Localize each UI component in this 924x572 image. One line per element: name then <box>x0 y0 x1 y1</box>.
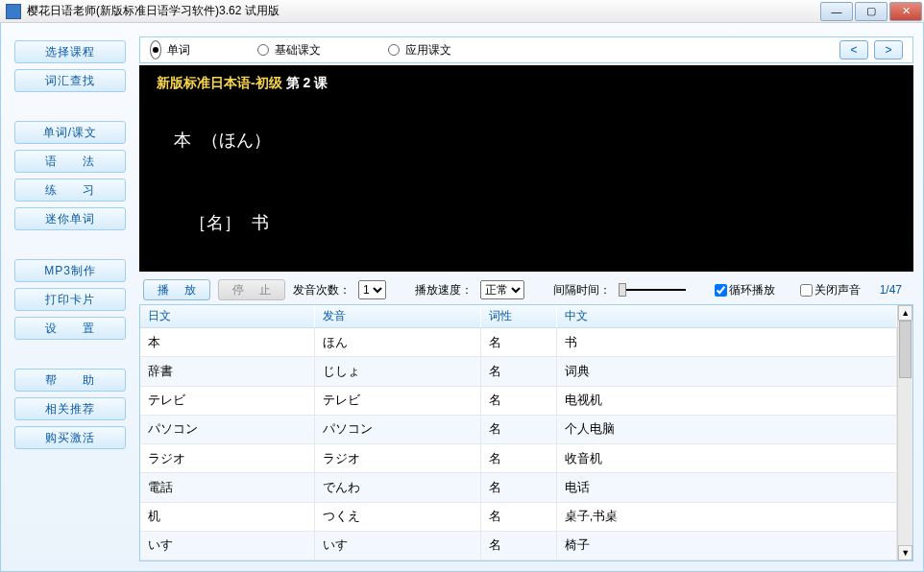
slider-thumb-icon <box>619 283 626 297</box>
table-row[interactable]: 本ほん名书 <box>140 328 897 357</box>
main-area: 单词 基础课文 应用课文 < > 新版标准日本语-初级 第 2 课 本 （ほん）… <box>135 23 923 571</box>
sidebar: 选择课程 词汇查找 单词/课文 语 法 练 习 迷你单词 MP3制作 打印卡片 … <box>1 23 135 571</box>
table-cell: 本 <box>140 328 314 357</box>
table-cell: 机 <box>140 502 314 531</box>
table-cell: 词典 <box>556 357 897 386</box>
table-cell: テレビ <box>140 386 314 415</box>
vocab-table: 日文 发音 词性 中文 本ほん名书辞書じしょ名词典テレビテレビ名电视机パソコンパ… <box>140 305 897 560</box>
table-row[interactable]: テレビテレビ名电视机 <box>140 386 897 415</box>
interval-label: 间隔时间： <box>553 282 611 298</box>
mute-check-input[interactable] <box>800 284 813 297</box>
table-cell: 電話 <box>140 473 314 502</box>
table-row[interactable]: ラジオラジオ名收音机 <box>140 444 897 473</box>
vocab-table-wrap: 日文 发音 词性 中文 本ほん名书辞書じしょ名词典テレビテレビ名电视机パソコンパ… <box>139 304 913 561</box>
loop-check-input[interactable] <box>715 284 727 297</box>
table-row[interactable]: 辞書じしょ名词典 <box>140 357 897 386</box>
th-jp[interactable]: 日文 <box>140 305 314 328</box>
table-cell: 名 <box>481 502 557 531</box>
sidebar-related[interactable]: 相关推荐 <box>14 397 126 420</box>
minimize-button[interactable]: — <box>820 2 853 21</box>
table-cell: でんわ <box>314 473 480 502</box>
sidebar-word-text[interactable]: 单词/课文 <box>14 121 126 144</box>
table-row[interactable]: 机つくえ名桌子,书桌 <box>140 502 897 531</box>
table-cell: 名 <box>481 473 557 502</box>
loop-checkbox[interactable]: 循环播放 <box>715 282 775 298</box>
display-pane: 新版标准日本语-初级 第 2 课 本 （ほん） ［名］ 书 <box>139 65 913 272</box>
radio-basic-label: 基础课文 <box>275 42 321 59</box>
interval-slider[interactable] <box>619 289 686 291</box>
nav-buttons: < > <box>839 40 903 60</box>
table-cell: 名 <box>481 415 557 443</box>
table-cell: いす <box>140 531 314 560</box>
radio-dot-icon <box>257 44 269 56</box>
sidebar-vocab-search[interactable]: 词汇查找 <box>14 69 126 92</box>
lesson-title-num: 第 2 课 <box>282 75 328 90</box>
counter: 1/47 <box>880 283 910 297</box>
radio-word[interactable]: 单词 <box>150 40 190 60</box>
radio-dot-icon <box>150 40 161 60</box>
table-cell: 电视机 <box>556 386 897 415</box>
stop-button[interactable]: 停 止 <box>218 279 285 300</box>
table-cell: 电话 <box>556 473 897 502</box>
title-bar: 樱花日语老师(新版标准日语学习软件)3.62 试用版 — ▢ ✕ <box>0 0 924 23</box>
radio-applied-text[interactable]: 应用课文 <box>388 42 451 59</box>
play-button[interactable]: 播 放 <box>143 279 210 300</box>
table-scrollbar[interactable]: ▲ ▼ <box>897 305 912 560</box>
table-cell: 辞書 <box>140 357 314 386</box>
table-row[interactable]: いすいす名椅子 <box>140 531 897 560</box>
table-cell: 椅子 <box>556 531 897 560</box>
table-cell: 个人电脑 <box>556 415 897 443</box>
table-cell: テレビ <box>314 386 480 415</box>
loop-label: 循环播放 <box>729 282 775 298</box>
table-cell: 收音机 <box>556 444 897 473</box>
table-cell: ラジオ <box>314 444 480 473</box>
sidebar-grammar[interactable]: 语 法 <box>14 150 126 173</box>
speed-select[interactable]: 正常 <box>480 280 524 299</box>
app-icon <box>6 4 21 19</box>
scroll-up-icon[interactable]: ▲ <box>898 305 912 321</box>
scroll-down-icon[interactable]: ▼ <box>898 545 912 560</box>
table-cell: パソコン <box>314 415 480 443</box>
close-button[interactable]: ✕ <box>889 2 922 21</box>
radio-basic-text[interactable]: 基础课文 <box>257 42 321 59</box>
table-cell: パソコン <box>140 415 314 443</box>
table-cell: 书 <box>556 328 897 357</box>
sidebar-print-card[interactable]: 打印卡片 <box>14 288 126 311</box>
table-row[interactable]: パソコンパソコン名个人电脑 <box>140 415 897 443</box>
sidebar-select-course[interactable]: 选择课程 <box>14 40 126 63</box>
table-cell: 名 <box>481 531 557 560</box>
count-select[interactable]: 1 <box>358 280 386 299</box>
table-row[interactable]: 電話でんわ名电话 <box>140 473 897 502</box>
sidebar-settings[interactable]: 设 置 <box>14 317 126 340</box>
sidebar-mini-word[interactable]: 迷你单词 <box>14 207 126 230</box>
radio-dot-icon <box>388 44 400 56</box>
speed-label: 播放速度： <box>415 282 473 298</box>
table-cell: いす <box>314 531 480 560</box>
table-cell: じしょ <box>314 357 480 386</box>
table-cell: 名 <box>481 357 557 386</box>
mute-checkbox[interactable]: 关闭声音 <box>800 282 861 298</box>
sidebar-buy-activate[interactable]: 购买激活 <box>14 426 126 449</box>
prev-button[interactable]: < <box>839 40 868 60</box>
sidebar-practice[interactable]: 练 习 <box>14 179 126 202</box>
next-button[interactable]: > <box>874 40 903 60</box>
window-title: 樱花日语老师(新版标准日语学习软件)3.62 试用版 <box>27 3 820 19</box>
scroll-thumb[interactable] <box>899 321 912 378</box>
table-cell: ほん <box>314 328 480 357</box>
table-cell: ラジオ <box>140 444 314 473</box>
th-cn[interactable]: 中文 <box>556 305 897 328</box>
table-cell: 名 <box>481 328 557 357</box>
word-definition: ［名］ 书 <box>189 211 896 234</box>
th-pos[interactable]: 词性 <box>481 305 557 328</box>
word-japanese: 本 （ほん） <box>174 129 896 152</box>
lesson-title-book: 新版标准日本语-初级 <box>157 75 282 90</box>
count-label: 发音次数： <box>293 282 351 298</box>
control-row: 播 放 停 止 发音次数： 1 播放速度： 正常 间隔时间： 循环播放 关闭声音… <box>139 272 913 304</box>
sidebar-mp3[interactable]: MP3制作 <box>14 259 126 282</box>
sidebar-help[interactable]: 帮 助 <box>14 369 126 392</box>
table-cell: 桌子,书桌 <box>556 502 897 531</box>
window-buttons: — ▢ ✕ <box>820 2 922 21</box>
maximize-button[interactable]: ▢ <box>855 2 888 21</box>
th-reading[interactable]: 发音 <box>314 305 480 328</box>
radio-word-label: 单词 <box>167 42 190 59</box>
